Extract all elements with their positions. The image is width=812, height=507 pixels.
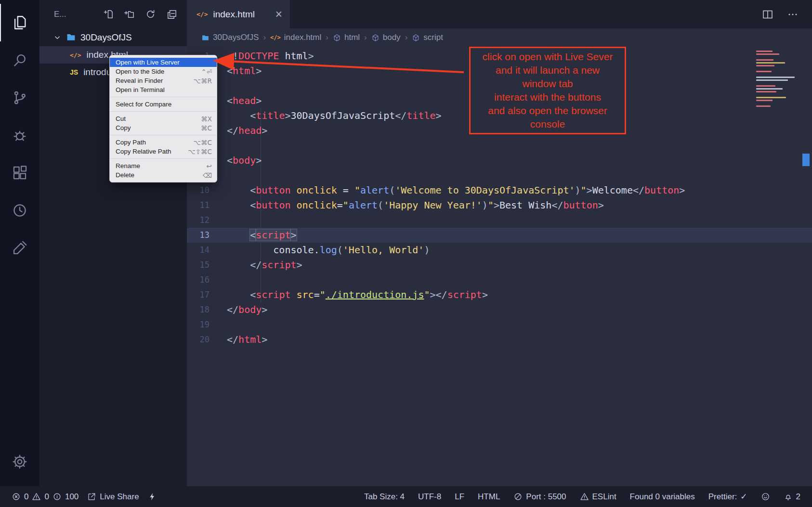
line-number: 12 [187,213,223,228]
breadcrumb-item[interactable]: 30DaysOfJS [201,33,259,42]
line-number: 19 [187,317,223,332]
code-line[interactable]: 7 [187,138,812,153]
share-icon [87,492,96,501]
menu-item-delete[interactable]: Delete⌫ [110,170,217,180]
more-actions-icon[interactable] [787,9,799,20]
code-line[interactable]: 18</body> [187,302,812,317]
line-number: 10 [187,183,223,198]
chevron-down-icon [53,33,62,42]
menu-item-select-for-compare[interactable]: Select for Compare [110,100,217,109]
extensions-icon[interactable] [0,154,39,192]
menu-item-open-in-terminal[interactable]: Open in Terminal [110,85,217,94]
code-line[interactable]: 16 [187,273,812,287]
code-line[interactable]: 15 </script> [187,258,812,273]
notification-count: 2 [796,492,800,502]
new-folder-icon[interactable] [124,9,135,20]
menu-item-copy-path[interactable]: Copy Path⌥⌘C [110,138,217,147]
tab-index-html[interactable]: </> index.html × [187,0,290,28]
warning-count: 0 [44,492,49,502]
search-icon[interactable] [0,41,39,79]
annotation-line: window tab [471,77,624,91]
code-line[interactable]: 9 [187,168,812,183]
bell-icon [784,492,793,501]
variables-indicator[interactable]: Found 0 variables [630,492,695,502]
settings-gear-icon[interactable] [0,443,39,481]
line-number: 15 [187,258,223,273]
code-line[interactable]: 20</html> [187,332,812,347]
breadcrumb-item[interactable]: </>index.html [270,33,321,42]
error-icon [12,492,21,501]
code-line[interactable]: 19 [187,317,812,332]
vscode-window: E... 30DaysOfJS </> index.html [0,0,812,507]
status-bar: 0 0 100 Live Share Tab Size: 4 UTF-8 LF … [0,486,812,507]
new-file-icon[interactable] [103,9,114,20]
menu-item-open-with-live-server[interactable]: Open with Live Server [110,58,217,67]
language-indicator[interactable]: HTML [478,492,500,502]
refresh-icon[interactable] [145,9,156,20]
info-count: 100 [65,492,79,502]
notifications-button[interactable]: 2 [784,492,800,502]
breadcrumb-item[interactable]: html [333,33,360,42]
context-menu: Open with Live ServerOpen to the Side⌃⏎R… [109,55,217,182]
live-share-button[interactable]: Live Share [87,492,139,502]
menu-separator [110,111,216,112]
sidebar-header: E... [39,0,187,28]
menu-item-open-to-the-side[interactable]: Open to the Side⌃⏎ [110,67,217,76]
tab-label: index.html [213,9,255,20]
encoding-indicator[interactable]: UTF-8 [418,492,441,502]
annotation-box: click on open with Live Severand it will… [469,47,626,134]
menu-separator [110,158,216,159]
code-line[interactable]: 14 console.log('Hello, World') [187,243,812,258]
lightning-icon [148,492,157,501]
check-icon: ✓ [740,492,747,502]
code-line[interactable]: 17 <script src="./introduction.js"></scr… [187,287,812,302]
code-line[interactable]: 13 <script> [187,228,812,243]
menu-separator [110,97,216,97]
js-file-icon: JS [70,68,78,76]
explorer-icon[interactable] [0,4,39,41]
breadcrumb-item[interactable]: script [412,33,443,42]
menu-item-rename[interactable]: Rename↩ [110,161,217,170]
feedback-smiley-button[interactable] [761,492,770,501]
edit-pen-icon[interactable] [0,229,39,267]
eslint-indicator[interactable]: ESLint [580,492,616,502]
prettier-indicator[interactable]: Prettier: ✓ [708,492,747,502]
run-debug-icon[interactable] [0,117,39,154]
smiley-icon [761,492,770,501]
code-line[interactable]: 11 <button onclick="alert('Happy New Yea… [187,198,812,213]
annotation-line: and it will launch a new [471,64,624,77]
eol-indicator[interactable]: LF [455,492,464,502]
annotation-line: click on open with Live Sever [471,50,624,64]
source-control-icon[interactable] [0,79,39,117]
tree-root-folder[interactable]: 30DaysOfJS [39,28,187,46]
split-editor-icon[interactable] [762,9,773,20]
minimap[interactable] [756,51,799,108]
tab-bar: </> index.html × [187,0,812,28]
lightning-button[interactable] [148,492,157,501]
folder-icon [66,32,76,42]
menu-item-copy-relative-path[interactable]: Copy Relative Path⌥⇧⌘C [110,147,217,156]
line-number: 17 [187,287,223,302]
port-indicator[interactable]: Port : 5500 [513,492,566,502]
line-number: 14 [187,243,223,258]
breadcrumb-separator-icon: › [364,33,367,42]
circle-slash-icon [513,492,523,501]
breadcrumb-item[interactable]: body [371,33,401,42]
menu-item-copy[interactable]: Copy⌘C [110,123,217,132]
annotation-line: interact with the buttons [471,91,624,104]
close-tab-icon[interactable]: × [275,8,282,20]
activity-bar [0,0,39,486]
problems-indicator[interactable]: 0 0 100 [12,492,79,502]
collapse-all-icon[interactable] [166,9,177,20]
history-icon[interactable] [0,192,39,229]
code-line[interactable]: 10 <button onclick = "alert('Welcome to … [187,183,812,198]
code-line[interactable]: 12 [187,213,812,228]
breadcrumb-separator-icon: › [405,33,408,42]
tab-size-indicator[interactable]: Tab Size: 4 [364,492,405,502]
code-line[interactable]: 8<body> [187,153,812,168]
overview-ruler-marker [802,154,810,166]
root-folder-label: 30DaysOfJS [80,32,132,43]
menu-item-reveal-in-finder[interactable]: Reveal in Finder⌥⌘R [110,76,217,85]
breadcrumb-separator-icon: › [263,33,266,42]
menu-item-cut[interactable]: Cut⌘X [110,114,217,123]
